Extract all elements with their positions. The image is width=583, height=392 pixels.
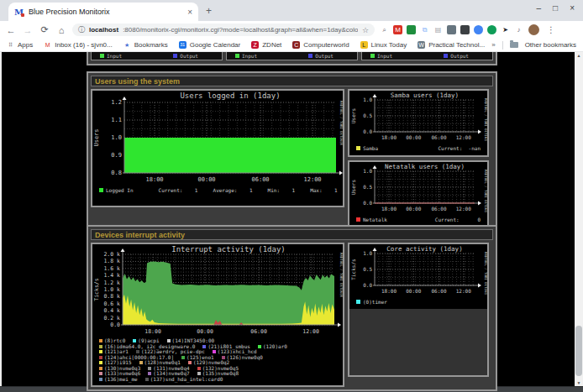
network-mini-graph[interactable]: InputOutput [361, 52, 493, 60]
svg-text:00:00: 00:00 [406, 288, 421, 294]
bookmark-item[interactable]: CComputerworld [292, 41, 349, 49]
star-icon: ★ [123, 41, 131, 49]
bookmark-item[interactable]: ZZDNet [251, 41, 281, 49]
svg-text:1.0 k: 1.0 k [103, 286, 120, 293]
bookmarks-separator [502, 41, 503, 50]
svg-text:1.8 k: 1.8 k [103, 258, 120, 264]
bookmark-item[interactable]: ⠿Apps [7, 41, 33, 49]
legend-stats: Current: -nan [438, 145, 481, 151]
browser-menu-icon[interactable]: ⋮ [544, 25, 558, 34]
legend-entry: Netatalk [356, 217, 387, 222]
bookmark-star-icon[interactable]: ☆ [362, 26, 369, 34]
browser-tab[interactable]: M Blue Precision Monitorix × [8, 3, 198, 21]
svg-text:Samba users (1day): Samba users (1day) [391, 91, 459, 99]
input-swatch-icon [235, 54, 239, 58]
browser-window: M Blue Precision Monitorix × + – □ × ← →… [0, 0, 583, 392]
bookmarks-bar: ⠿AppsMInbox (16) - sjvn0...★Bookmarks31G… [0, 39, 583, 52]
scrollbar-thumb[interactable] [575, 326, 582, 376]
bookmark-item[interactable]: ★Bookmarks [123, 41, 168, 49]
minimize-icon[interactable]: – [537, 3, 542, 13]
legend-stats: Current: 1 Average: 1 Min: 1 Max: 1 [159, 187, 338, 193]
samba-users-graph[interactable]: 0.00.51.018:0000:0006:0012:00Samba users… [349, 91, 487, 155]
copy-icon[interactable]: ⧉ [420, 25, 429, 34]
gmail-icon: M [44, 41, 51, 49]
output-swatch-icon [173, 54, 177, 58]
interrupt-activity-graph[interactable]: 0.00.2 k0.4 k0.6 k0.8 k1.0 k1.2 k1.4 k1.… [92, 244, 343, 385]
interrupt-legend: (8)rtc0(9)acpi(14)INT3450:00(16)idma64.0… [92, 338, 343, 384]
apps-grid-icon: ⠿ [7, 41, 14, 49]
tab-close-icon[interactable]: × [187, 8, 192, 17]
network-mini-graph[interactable]: InputOutput [91, 52, 223, 60]
svg-text:0.0: 0.0 [363, 282, 372, 288]
legend-swatch-icon [99, 350, 102, 353]
netatalk-users-cell: 0.00.51.018:0000:0006:0012:00Netatalk us… [348, 160, 489, 228]
svg-text:12:00: 12:00 [303, 176, 321, 183]
square-icon[interactable] [460, 25, 470, 34]
svg-text:Ticks/s: Ticks/s [93, 278, 100, 301]
scroll-up-icon[interactable]: ▲ [575, 53, 583, 58]
page-icon[interactable]: ▤ [433, 25, 443, 34]
svg-text:Users: Users [350, 180, 356, 195]
new-tab-button[interactable]: + [206, 5, 212, 17]
page-info-icon[interactable]: ⓘ [78, 25, 85, 34]
bookmark-label: Computerworld [303, 41, 349, 49]
svg-text:18:00: 18:00 [145, 176, 163, 183]
bookmarks-overflow-icon[interactable]: » [491, 41, 495, 49]
network-mini-graph[interactable]: InputOutput [226, 52, 358, 60]
graph-legend: Logged InCurrent: 1 Average: 1 Min: 1 Ma… [92, 186, 343, 196]
svg-text:12:00: 12:00 [456, 206, 471, 212]
back-icon[interactable]: ← [5, 25, 17, 35]
bookmark-item[interactable]: LLinux Today [360, 41, 407, 49]
graph-legend: SambaCurrent: -nan [349, 144, 487, 154]
svg-text:0.0: 0.0 [363, 200, 372, 206]
window-controls: – □ × [537, 3, 575, 13]
reload-icon[interactable]: ⟳ [39, 24, 50, 35]
eye-icon[interactable] [447, 25, 456, 34]
bookmark-item[interactable]: MInbox (16) - sjvn0... [44, 41, 112, 49]
svg-text:0.8 k: 0.8 k [103, 293, 120, 300]
bookmark-item[interactable]: 31Google Calendar [179, 41, 240, 49]
bookmarks-right: » Other bookmarks [491, 41, 576, 50]
pin-icon[interactable]: ➤ [501, 25, 510, 34]
samba-users-cell: 0.00.51.018:0000:0006:0012:00Samba users… [348, 89, 489, 157]
legend-entry: (0)timer [356, 299, 387, 305]
netatalk-users-graph[interactable]: 0.00.51.018:0000:0006:0012:00Netatalk us… [349, 162, 487, 227]
other-bookmarks-button[interactable]: Other bookmarks [525, 41, 576, 49]
media-controls-icon[interactable]: ♪ [514, 25, 523, 34]
svg-text:Users logged in (1day): Users logged in (1day) [180, 91, 280, 100]
svg-text:00:00: 00:00 [197, 328, 213, 335]
users-logged-in-graph[interactable]: 0.80.91.01.11.218:0000:0006:0012:00Users… [92, 91, 343, 206]
legend-entry: Logged In [99, 187, 134, 193]
legend-swatch-icon [133, 339, 136, 342]
address-toolbar: ← → ⟳ ⌂ ⓘ localhost :8080/monitorix-cgi/… [0, 21, 583, 39]
svg-text:06:00: 06:00 [250, 328, 267, 335]
users-section: Users using the system 0.80.91.01.11.218… [87, 71, 497, 233]
globe-icon[interactable] [407, 25, 416, 34]
svg-text:RRDTOOL / TOBI OETIKER: RRDTOOL / TOBI OETIKER [339, 101, 343, 146]
legend-swatch-icon [139, 361, 143, 364]
svg-text:1.2 k: 1.2 k [103, 280, 120, 286]
blue-circle-icon[interactable] [474, 25, 483, 34]
page-scrollbar[interactable]: ▲ ▼ [575, 52, 583, 386]
bookmark-item[interactable]: WPractical Technol... [418, 41, 485, 49]
green-circle-icon[interactable] [487, 25, 496, 34]
output-legend: Output [308, 53, 334, 59]
forward-icon[interactable]: → [22, 25, 34, 35]
monitorix-favicon-icon: M [14, 8, 24, 17]
close-icon[interactable]: × [570, 3, 575, 13]
search-icon[interactable]: ⌕ [380, 25, 389, 34]
url-input[interactable]: ⓘ localhost :8080/monitorix-cgi/monitori… [72, 24, 375, 36]
legend-stats: Current: 0 [435, 217, 481, 222]
gmail-icon[interactable]: M [393, 25, 402, 34]
input-legend: Input [235, 53, 257, 59]
svg-text:12:00: 12:00 [456, 288, 471, 294]
legend-swatch-icon [99, 372, 102, 375]
input-legend: Input [100, 53, 122, 59]
zdnet-icon: Z [251, 41, 259, 49]
maximize-icon[interactable]: □ [553, 3, 558, 13]
profile-avatar[interactable] [528, 24, 539, 35]
home-icon[interactable]: ⌂ [55, 25, 67, 35]
scroll-down-icon[interactable]: ▼ [575, 380, 583, 385]
core-activity-graph[interactable]: 0.00.51.018:0000:0006:0012:00Core activi… [349, 244, 487, 309]
svg-text:1.1: 1.1 [111, 117, 122, 123]
